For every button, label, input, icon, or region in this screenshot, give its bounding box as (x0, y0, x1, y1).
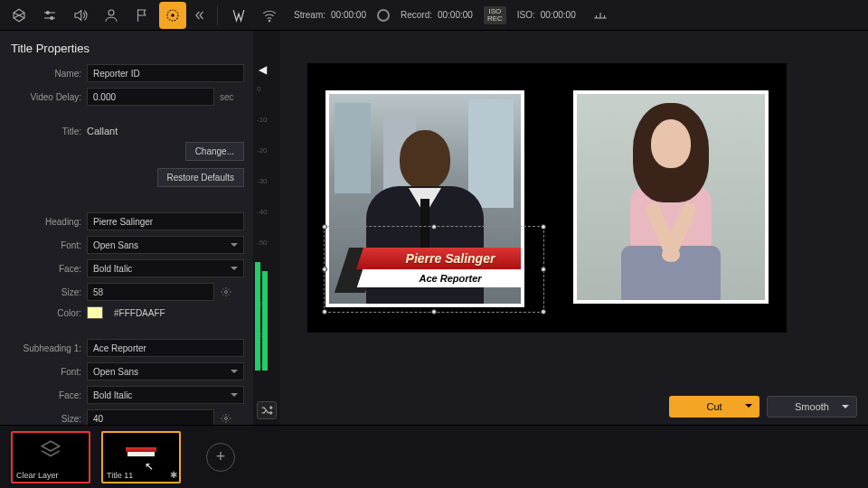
size-gear-icon[interactable] (220, 286, 232, 298)
heading-input[interactable] (87, 212, 244, 230)
iso-status: ISO: 00:00:00 (517, 10, 576, 20)
logo-icon[interactable] (225, 2, 252, 29)
shuffle-icon[interactable] (257, 401, 277, 419)
properties-panel: Title Properties Name: Video Delay: sec … (0, 31, 253, 425)
sub-font-select[interactable]: Open Sans (87, 362, 244, 380)
meter-level-left (255, 262, 260, 371)
font-select[interactable]: Open Sans (87, 236, 244, 254)
svg-point-11 (269, 20, 270, 22)
ruler-tick: 0 (257, 85, 260, 93)
tile-gear-icon[interactable]: ✱ (170, 470, 177, 480)
title-icon[interactable] (159, 2, 186, 29)
record-label: Record: (401, 10, 432, 20)
layer-shelf: Clear Layer Title 11 ✱ ↖ + (0, 425, 868, 488)
record-time: 00:00:00 (438, 10, 473, 20)
svg-point-10 (172, 14, 174, 15)
svg-point-16 (225, 291, 228, 294)
title-value: Callant (87, 126, 118, 136)
sub-size-gear-icon[interactable] (220, 412, 232, 425)
audio-icon[interactable] (67, 2, 94, 29)
ruler-tick: -40 (257, 208, 268, 216)
delay-input[interactable] (87, 88, 214, 106)
playhead-icon[interactable]: ◀ (259, 63, 267, 76)
flag-icon[interactable] (128, 2, 156, 29)
ruler-tick: -30 (257, 177, 268, 185)
name-input[interactable] (87, 64, 244, 82)
preview-area: Pierre Salinger Ace Reporter (280, 31, 868, 425)
wifi-icon[interactable] (256, 2, 283, 29)
face-select[interactable]: Bold Italic (87, 259, 244, 277)
iso-label: ISO: (517, 10, 535, 20)
tile-clear-layer[interactable]: Clear Layer (11, 431, 90, 483)
color-swatch[interactable] (87, 306, 103, 319)
person-icon[interactable] (98, 2, 125, 29)
record-dot-icon[interactable] (377, 9, 390, 22)
svg-point-6 (51, 16, 53, 19)
svg-marker-7 (75, 10, 81, 20)
add-tile-button[interactable]: + (206, 443, 235, 472)
heading-label: Heading: (9, 217, 81, 227)
selection-handles[interactable] (324, 226, 544, 313)
sub-face-select[interactable]: Bold Italic (87, 386, 244, 404)
mouse-cursor-icon: ↖ (145, 460, 154, 473)
cut-button[interactable]: Cut (669, 396, 760, 418)
sub-font-label: Font: (9, 367, 81, 377)
svg-point-17 (225, 418, 228, 420)
change-button[interactable]: Change... (185, 142, 244, 161)
svg-point-4 (46, 11, 49, 14)
iso-badge[interactable]: ISO REC (484, 6, 506, 24)
stream-time: 00:00:00 (331, 10, 366, 20)
delay-label: Video Delay: (9, 92, 81, 102)
tile-label: Clear Layer (16, 471, 59, 480)
face-label: Face: (9, 264, 81, 274)
size-label: Size: (9, 287, 81, 297)
ruler-tick: -20 (257, 146, 268, 155)
svg-marker-18 (42, 441, 60, 451)
name-label: Name: (9, 69, 81, 79)
ruler-tick: -50 (257, 239, 268, 247)
source-icon[interactable] (5, 2, 33, 29)
title-label: Title: (9, 127, 81, 136)
program-monitor[interactable]: Pierre Salinger Ace Reporter (307, 63, 787, 333)
stream-label: Stream: (294, 10, 326, 20)
delay-unit: sec (220, 92, 234, 102)
iso-time: 00:00:00 (541, 10, 576, 20)
restore-defaults-button[interactable]: Restore Defaults (157, 168, 244, 187)
size-input[interactable] (87, 283, 214, 301)
audio-meter: ◀ 0-10-20-30-40-50-60-70-80-90 (253, 31, 280, 425)
color-hex: #FFFDAAFF (114, 308, 165, 318)
smooth-button[interactable]: Smooth (767, 396, 857, 418)
tile-title-11[interactable]: Title 11 ✱ ↖ (101, 431, 181, 483)
sub-size-label: Size: (9, 414, 81, 424)
transition-row: Cut Smooth (669, 396, 857, 418)
collapse-panel-icon[interactable] (190, 2, 210, 29)
sliders-icon[interactable] (36, 2, 63, 29)
color-label: Color: (9, 308, 81, 318)
sub-face-label: Face: (9, 390, 81, 400)
ruler-tick: -10 (257, 116, 268, 124)
sub-size-input[interactable] (87, 409, 214, 425)
meter-level-right (262, 271, 268, 371)
font-label: Font: (9, 240, 81, 250)
panel-title: Title Properties (11, 42, 244, 55)
sub-input[interactable] (87, 339, 244, 357)
svg-point-8 (108, 10, 114, 15)
video-feed-2 (573, 90, 769, 304)
tile-label: Title 11 (107, 471, 133, 480)
stream-status: Stream: 00:00:00 (294, 10, 366, 20)
person-guest (621, 103, 721, 304)
sub-label: Subheading 1: (9, 343, 81, 353)
record-status: Record: 00:00:00 (401, 10, 473, 20)
top-toolbar: Stream: 00:00:00 Record: 00:00:00 ISO RE… (0, 0, 868, 31)
tile-thumb (126, 447, 156, 456)
timeline-icon[interactable] (587, 2, 614, 29)
layers-icon (39, 438, 62, 464)
